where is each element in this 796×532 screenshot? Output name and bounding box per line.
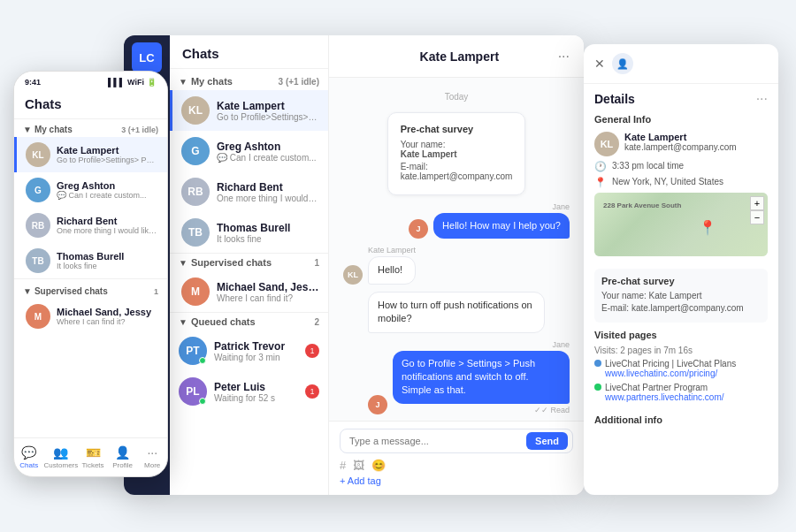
chat-more-button[interactable]: ···: [558, 49, 570, 65]
tickets-nav-icon: 🎫: [86, 445, 101, 460]
avatar-kate: KL: [181, 96, 210, 125]
chat-item-thomas[interactable]: TB Thomas Burell It looks fine: [170, 212, 328, 253]
details-more-button[interactable]: ···: [756, 91, 768, 107]
agent-avatar-jane: J: [409, 219, 428, 239]
battery-icon: 🔋: [147, 78, 157, 87]
mobile-chat-info-kate: Kate Lampert Go to Profile>Settings> Pus…: [57, 145, 158, 164]
chat-main-header: Kate Lampert ···: [329, 35, 584, 78]
mobile-nav-profile[interactable]: 👤 Profile: [108, 445, 138, 469]
message-row-user-question: How to turn off push notifications on mo…: [343, 292, 570, 333]
toolbar-icons: # 🖼 😊: [340, 453, 573, 474]
mobile-panel-title: Chats: [14, 93, 167, 119]
online-indicator-peter: [199, 398, 206, 405]
msg-sender-jane2: Jane: [552, 340, 570, 349]
chat-info-kate: Kate Lampert Go to Profile>Settings> Pus…: [217, 100, 319, 122]
chat-item-patrick[interactable]: PT Patrick Trevor Waiting for 3 min 1: [170, 331, 328, 371]
mobile-chat-richard[interactable]: RB Richard Bent One more thing I would l…: [14, 208, 167, 243]
chat-list-scroll: ▼ My chats 3 (+1 idle) KL Kate Lampert G…: [170, 69, 328, 495]
signal-icon: ▌▌▌: [108, 78, 125, 87]
mobile-status-bar: 9:41 ▌▌▌ WiFi 🔋: [14, 72, 167, 93]
pre-chat-survey-card: Pre-chat survey Your name: Kate Lampert …: [387, 112, 526, 195]
app-logo: LC: [132, 42, 162, 72]
online-indicator: [199, 357, 206, 364]
customers-nav-icon: 👥: [53, 445, 68, 460]
message-row-agent-answer: Jane Go to Profile > Settings > Push not…: [343, 340, 570, 414]
map-box: 228 Park Avenue South 📍 + −: [594, 193, 768, 256]
queued-info-peter: Peter Luis Waiting for 52 s: [214, 381, 298, 403]
msg-read-status: ✓✓ Read: [534, 406, 570, 414]
queued-chats-header: ▼ Queued chats 2: [170, 312, 328, 331]
mobile-nav-more[interactable]: ··· More: [137, 445, 167, 469]
mobile-time: 9:41: [25, 78, 41, 87]
mobile-chat-list: ▼ My chats 3 (+1 idle) KL Kate Lampert G…: [14, 119, 167, 437]
general-info-section: General Info KL Kate Lampert kate.lamper…: [594, 114, 768, 256]
mobile-app: 9:41 ▌▌▌ WiFi 🔋 Chats ▼ My chats 3 (+1 i…: [13, 71, 168, 477]
chat-item-peter[interactable]: PL Peter Luis Waiting for 52 s 1: [170, 371, 328, 412]
mobile-chat-greg[interactable]: G Greg Ashton 💬 Can I create custom...: [14, 172, 167, 208]
avatar-peter: PL: [179, 377, 207, 406]
mobile-nav-tickets[interactable]: 🎫 Tickets: [78, 445, 108, 469]
chat-item-michael[interactable]: M Michael Sand, Jessy Where I can find i…: [170, 271, 328, 312]
send-button[interactable]: Send: [526, 432, 568, 450]
page-bullet-2: [594, 384, 601, 391]
details-body: General Info KL Kate Lampert kate.lamper…: [584, 114, 778, 495]
msg-bubble-agent-hello: Hello! How may I help you?: [433, 213, 570, 239]
details-title: Details: [594, 92, 635, 106]
chat-list-panel: Chats ▼ My chats 3 (+1 idle) KL Kate Lam…: [170, 35, 329, 495]
input-wrap: Send: [340, 429, 573, 453]
desktop-app: LC Chats Customers Archives Chats ▼ My c…: [124, 35, 584, 495]
chat-item-kate[interactable]: KL Kate Lampert Go to Profile>Settings> …: [170, 90, 328, 131]
visit-page-1: LiveChat Pricing | LiveChat Plans www.li…: [594, 359, 768, 378]
mobile-chat-thomas[interactable]: TB Thomas Burell It looks fine: [14, 243, 167, 278]
queued-info-patrick: Patrick Trevor Waiting for 3 min: [214, 340, 298, 362]
date-divider: Today: [343, 88, 570, 105]
chat-info-michael: Michael Sand, Jessy Where I can find it?: [217, 281, 319, 303]
chat-title: Kate Lampert: [361, 49, 558, 64]
chat-messages: Today Pre-chat survey Your name: Kate La…: [329, 78, 584, 421]
more-nav-icon: ···: [147, 445, 157, 460]
location-row: 📍 New York, NY, United States: [594, 177, 768, 188]
attach-icon[interactable]: #: [340, 459, 346, 472]
add-tag-button[interactable]: + Add tag: [340, 474, 573, 488]
mobile-nav-customers[interactable]: 👥 Customers: [44, 445, 79, 469]
page-bullet-1: [594, 360, 601, 367]
mobile-avatar-michael: M: [26, 304, 50, 329]
msg-bubble-agent-answer: Go to Profile > Settings > Push notifica…: [393, 351, 570, 404]
mobile-avatar-kate: KL: [26, 142, 50, 167]
details-topbar: ✕ 👤: [584, 44, 778, 84]
mobile-chat-michael[interactable]: M Michael Sand, Jessy Where I can find i…: [14, 299, 167, 334]
message-row-agent-hello: Jane Hello! How may I help you? J: [343, 202, 570, 239]
wifi-icon: WiFi: [127, 78, 144, 87]
avatar-thomas: TB: [181, 218, 210, 247]
details-title-bar: Details ···: [584, 84, 778, 114]
image-icon[interactable]: 🖼: [353, 459, 364, 472]
map-zoom-controls: + −: [750, 196, 764, 224]
zoom-out-button[interactable]: −: [750, 210, 764, 224]
chat-input-area: Send # 🖼 😊 + Add tag: [329, 421, 584, 495]
time-row: 🕐 3:33 pm local time: [594, 161, 768, 172]
mobile-nav-chats[interactable]: 💬 Chats: [14, 445, 44, 469]
visit-page-2: LiveChat Partner Program www.partners.li…: [594, 383, 768, 402]
chat-main: Kate Lampert ··· Today Pre-chat survey Y…: [329, 35, 584, 495]
zoom-in-button[interactable]: +: [750, 196, 764, 210]
msg-sender-kate: Kate Lampert: [368, 246, 416, 255]
clock-icon: 🕐: [594, 161, 607, 172]
details-close-button[interactable]: ✕: [594, 57, 605, 71]
emoji-icon[interactable]: 😊: [371, 459, 386, 472]
mobile-chat-kate[interactable]: KL Kate Lampert Go to Profile>Settings> …: [14, 137, 167, 172]
chat-item-richard[interactable]: RB Richard Bent One more thing I would l…: [170, 171, 328, 212]
chat-info-richard: Richard Bent One more thing I would like…: [217, 181, 319, 203]
queue-badge-patrick: 1: [305, 344, 319, 358]
user-info-row: KL Kate Lampert kate.lampert@company.com: [594, 132, 768, 156]
panel-title: Chats: [170, 35, 328, 69]
avatar-michael: M: [181, 277, 210, 306]
mobile-supervised-header: ▼ Supervised chats 1: [14, 278, 167, 299]
msg-bubble-user-hello: Hello!: [368, 256, 416, 284]
mobile-my-chats-header: ▼ My chats 3 (+1 idle): [14, 119, 167, 137]
queue-badge-peter: 1: [305, 384, 319, 399]
agent-avatar-jane2: J: [368, 395, 387, 414]
chat-item-greg[interactable]: G Greg Ashton 💬 Can I create custom...: [170, 131, 328, 171]
pre-chat-survey-section: Pre-chat survey Your name: Kate Lampert …: [594, 269, 768, 323]
location-icon: 📍: [594, 177, 607, 188]
supervised-chats-header: ▼ Supervised chats 1: [170, 253, 328, 271]
